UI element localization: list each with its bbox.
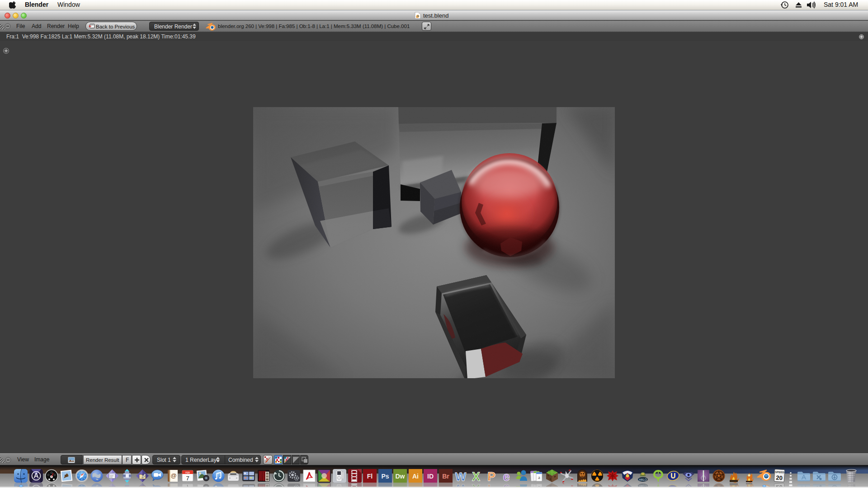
svg-text:@: @: [170, 472, 176, 479]
svg-text:SPEED: SPEED: [775, 470, 784, 474]
svg-text:e: e: [503, 470, 509, 483]
svg-text:Ps: Ps: [381, 473, 389, 480]
svg-text:HALO: HALO: [639, 478, 647, 481]
svg-text:Br: Br: [442, 473, 449, 480]
svg-text:X: X: [472, 470, 480, 483]
svg-text:Ai: Ai: [412, 473, 419, 480]
svg-text:20: 20: [776, 474, 783, 482]
svg-text:Fl: Fl: [367, 473, 373, 480]
svg-text:ID: ID: [427, 473, 434, 480]
svg-text:a: a: [538, 474, 540, 480]
svg-text:7: 7: [186, 475, 189, 482]
svg-text:P: P: [487, 470, 495, 483]
svg-text:W: W: [455, 470, 467, 483]
svg-text:Dw: Dw: [396, 473, 405, 480]
svg-text:FEB: FEB: [186, 471, 190, 474]
